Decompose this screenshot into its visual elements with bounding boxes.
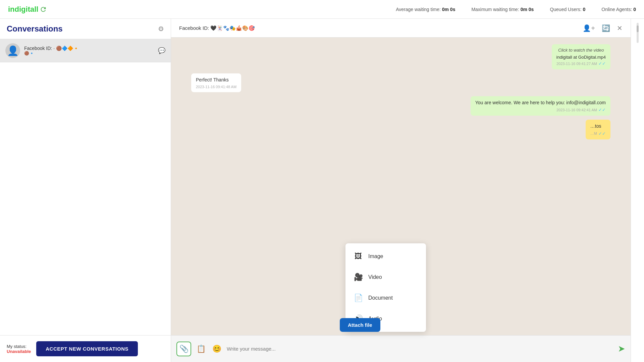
conv-info: Facebook ID: · 🟤🔷🔶🔸 🟤🔹 <box>24 46 154 56</box>
logo-refresh-icon <box>40 6 47 13</box>
max-wait: Maximum waiting time: 0m 0s <box>471 7 534 12</box>
sidebar-header: Conversations ⚙ <box>0 19 171 39</box>
logo-text: indigitall <box>8 5 38 14</box>
main-area: Conversations ⚙ 👤 Facebook ID: · 🟤🔷🔶🔸 🟤🔹… <box>0 19 644 362</box>
sidebar: Conversations ⚙ 👤 Facebook ID: · 🟤🔷🔶🔸 🟤🔹… <box>0 19 171 362</box>
chat-header-title: Facebook ID: 🖤🃏🐾🎭🎪🎨🎯 <box>179 25 255 31</box>
my-status: My status: Unavailable <box>7 344 31 354</box>
msg-meta: 2023-11-16 09:41:27 AM ✓✓ <box>556 61 606 66</box>
right-panel <box>631 19 644 362</box>
scroll-thumb[interactable] <box>637 25 639 32</box>
avg-wait: Average waiting time: 0m 0s <box>396 7 455 12</box>
video-label[interactable]: Click to watch the video <box>556 48 606 53</box>
paperclip-button[interactable]: 📎 <box>176 342 191 356</box>
accept-new-conversations-button[interactable]: ACCEPT NEW CONVERSATIONS <box>36 341 138 356</box>
attach-file-button[interactable]: Attach file <box>340 318 380 332</box>
chat-header: Facebook ID: 🖤🃏🐾🎭🎪🎨🎯 👤+ 🔄 ✕ <box>171 19 631 38</box>
double-check-icon-3: ✓✓ <box>598 131 606 136</box>
add-user-icon[interactable]: 👤+ <box>583 24 595 32</box>
conv-sub: 🟤🔹 <box>24 51 154 56</box>
message-outgoing-yellow: …tos …M ✓✓ <box>586 120 610 139</box>
message-input[interactable] <box>227 346 614 352</box>
chat-area: Facebook ID: 🖤🃏🐾🎭🎪🎨🎯 👤+ 🔄 ✕ Click to wat… <box>171 19 631 362</box>
bottom-bar: My status: Unavailable ACCEPT NEW CONVER… <box>0 335 171 362</box>
chat-header-actions: 👤+ 🔄 ✕ <box>583 24 623 32</box>
paperclip-icon: 📎 <box>179 345 189 353</box>
conv-name: Facebook ID: · 🟤🔷🔶🔸 <box>24 46 154 51</box>
chat-input-area: 📎 📋 😊 ➤ <box>171 335 631 362</box>
close-chat-icon[interactable]: ✕ <box>617 24 623 32</box>
send-icon: ➤ <box>618 344 625 354</box>
message-outgoing: You are welcome. We are here to help you… <box>471 96 610 116</box>
double-check-icon-2: ✓✓ <box>598 107 606 112</box>
conversation-list: 👤 Facebook ID: · 🟤🔷🔶🔸 🟤🔹 💬 <box>0 39 171 335</box>
video-icon: 🎥 <box>354 273 363 282</box>
document-icon: 📄 <box>354 294 363 302</box>
attach-video-item[interactable]: 🎥 Video <box>345 267 426 288</box>
double-check-icon: ✓✓ <box>598 61 606 66</box>
attach-document-item[interactable]: 📄 Document <box>345 288 426 308</box>
message-incoming: Perfect! Thanks 2023-11-16 09:41:48 AM <box>191 73 241 92</box>
topbar-stats: Average waiting time: 0m 0s Maximum wait… <box>396 7 636 12</box>
attach-image-item[interactable]: 🖼 Image <box>345 246 426 267</box>
message-video: Click to watch the video indigitall at G… <box>552 44 610 69</box>
emoji-button[interactable]: 😊 <box>211 343 223 355</box>
conversation-item[interactable]: 👤 Facebook ID: · 🟤🔷🔶🔸 🟤🔹 💬 <box>0 39 171 62</box>
online-agents: Online Agents: 0 <box>601 7 636 12</box>
scroll-track[interactable] <box>637 23 639 43</box>
template-button[interactable]: 📋 <box>195 343 207 355</box>
video-filename: indigitall at GoDigital.mp4 <box>556 55 606 60</box>
logo: indigitall <box>8 5 47 14</box>
settings-icon[interactable]: ⚙ <box>158 25 164 33</box>
queued-users: Queued Users: 0 <box>550 7 585 12</box>
switch-user-icon[interactable]: 🔄 <box>602 24 610 32</box>
avatar: 👤 <box>5 43 20 58</box>
chat-icon: 💬 <box>158 47 165 54</box>
send-button[interactable]: ➤ <box>618 344 625 354</box>
sidebar-title: Conversations <box>7 24 63 34</box>
image-icon: 🖼 <box>354 252 363 261</box>
avatar-icon: 👤 <box>7 45 19 56</box>
topbar: indigitall Average waiting time: 0m 0s M… <box>0 0 644 19</box>
